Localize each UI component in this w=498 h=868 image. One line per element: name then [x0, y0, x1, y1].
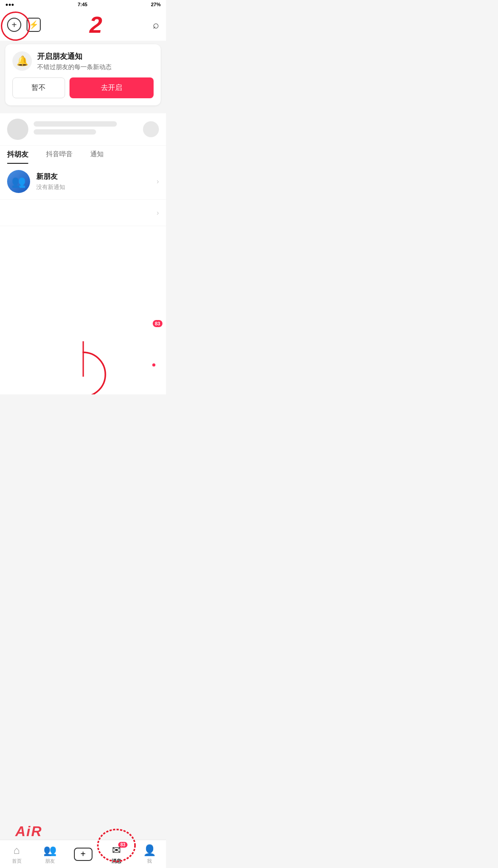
- confirm-button[interactable]: 去开启: [69, 77, 154, 98]
- tab-douhuyou[interactable]: 抖胡友: [7, 150, 28, 164]
- tab-label-2: 通知: [90, 150, 104, 158]
- empty-row[interactable]: ›: [0, 200, 166, 226]
- content-area: [0, 226, 166, 315]
- header: + ⚡ 2 ⌕: [0, 9, 166, 41]
- notif-header: 🔔 开启朋友通知 不错过朋友的每一条新动态: [12, 51, 154, 71]
- section-tabs: 抖胡友 抖音哔音 通知: [0, 146, 166, 164]
- signal-icons: ●●●: [5, 2, 14, 7]
- chevron-right-icon: ›: [157, 177, 159, 185]
- blurred-avatar: [7, 119, 28, 140]
- tab-label-0: 抖胡友: [7, 150, 28, 158]
- time: 7:45: [77, 2, 87, 7]
- add-icon: +: [12, 20, 17, 30]
- status-bar: ●●● 7:45 27%: [0, 0, 166, 9]
- blurred-line-2: [34, 129, 96, 135]
- red-annotation-2: 2: [89, 13, 102, 36]
- add-button[interactable]: +: [7, 18, 21, 32]
- tab-label-1: 抖音哔音: [46, 150, 73, 158]
- search-button[interactable]: ⌕: [153, 19, 159, 31]
- chevron-right-icon-2: ›: [157, 209, 159, 217]
- annotation-area: [0, 341, 166, 394]
- search-icon: ⌕: [153, 19, 159, 31]
- spacer-1: [0, 109, 166, 113]
- notif-subtitle: 不错过朋友的每一条新动态: [37, 63, 112, 71]
- new-friends-row[interactable]: 👥 新朋友 没有新通知 ›: [0, 164, 166, 200]
- blurred-line-1: [34, 121, 117, 127]
- friend-status: 没有新通知: [36, 183, 151, 191]
- friend-info: 新朋友 没有新通知: [36, 172, 151, 191]
- red-dot-annotation: [152, 363, 155, 366]
- badge-count: 83: [153, 320, 162, 327]
- badge-area: 83: [0, 315, 166, 341]
- tab-douyin[interactable]: 抖音哔音: [46, 150, 73, 164]
- header-left: + ⚡: [7, 18, 41, 32]
- battery: 27%: [151, 2, 161, 7]
- friend-name: 新朋友: [36, 172, 151, 181]
- cancel-button[interactable]: 暂不: [12, 77, 65, 98]
- page-wrapper: ●●● 7:45 27% + ⚡ 2 ⌕ 🔔 开启朋友通知 不错过朋友的每一条新…: [0, 0, 166, 423]
- notif-buttons: 暂不 去开启: [12, 77, 154, 98]
- bell-icon: 🔔: [12, 51, 32, 71]
- friend-avatar-icon: 👥: [12, 175, 26, 189]
- friend-avatar: 👥: [7, 170, 30, 193]
- notif-title: 开启朋友通知: [37, 51, 112, 62]
- blurred-lines: [34, 121, 138, 137]
- message-badge-top: 83: [153, 319, 162, 327]
- lightning-icon: ⚡: [29, 20, 39, 30]
- blurred-right-avatar: [143, 121, 159, 137]
- blurred-profile-row: [0, 113, 166, 146]
- tab-tongzhi[interactable]: 通知: [90, 150, 104, 164]
- notif-text: 开启朋友通知 不错过朋友的每一条新动态: [37, 51, 112, 71]
- notification-card: 🔔 开启朋友通知 不错过朋友的每一条新动态 暂不 去开启: [5, 44, 161, 105]
- bell-symbol: 🔔: [16, 55, 28, 67]
- red-arc-annotation: [59, 350, 108, 394]
